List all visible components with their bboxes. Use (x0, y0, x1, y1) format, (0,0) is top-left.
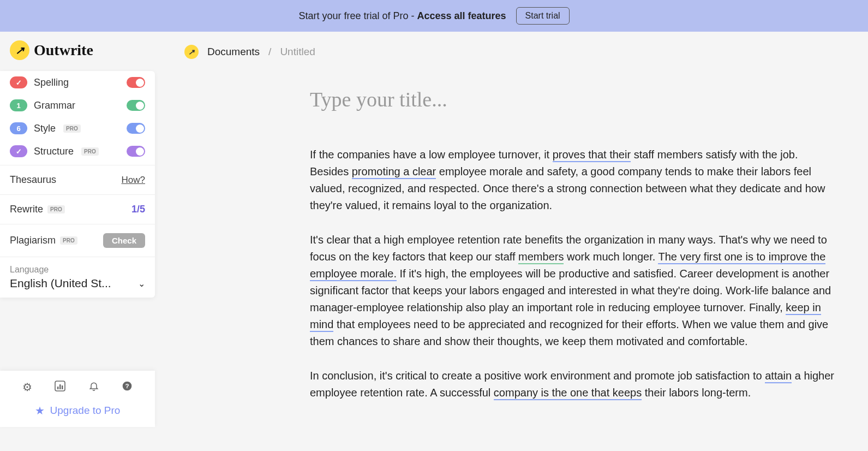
banner-text: Start your free trial of Pro - Access al… (298, 10, 506, 22)
rewrite-label: Rewrite (10, 204, 43, 215)
pro-tag: PRO (81, 147, 99, 156)
rewrite-count: 1/5 (131, 204, 145, 215)
style-badge: 6 (10, 122, 27, 134)
help-icon[interactable]: ? (122, 381, 133, 394)
language-section: Language English (United St... ⌄ (0, 259, 155, 298)
spelling-badge (10, 76, 27, 88)
stats-icon[interactable] (55, 381, 65, 394)
divider (0, 194, 155, 195)
document-body[interactable]: If the companies have a low employee tur… (310, 146, 835, 401)
plagiarism-row[interactable]: Plagiarism PRO Check (0, 227, 155, 254)
upgrade-to-pro-button[interactable]: ★ Upgrade to Pro (0, 404, 155, 427)
check-spelling[interactable]: Spelling (0, 71, 155, 94)
settings-icon[interactable]: ⚙ (22, 381, 32, 394)
check-grammar[interactable]: 1 Grammar (0, 94, 155, 117)
trial-banner: Start your free trial of Pro - Access al… (0, 0, 868, 32)
breadcrumb-logo-icon[interactable]: ↗ (184, 45, 199, 59)
star-icon: ★ (35, 404, 45, 417)
breadcrumb-current: Untitled (280, 46, 315, 58)
plagiarism-check-button[interactable]: Check (103, 233, 145, 248)
pro-tag: PRO (63, 124, 81, 133)
bell-icon[interactable] (88, 381, 99, 394)
logo-icon: ↗ (10, 40, 29, 60)
check-label: Structure (34, 146, 74, 157)
svg-text:?: ? (125, 382, 129, 389)
thesaurus-row[interactable]: Thesaurus How? (0, 168, 155, 192)
check-label: Spelling (34, 77, 69, 88)
check-structure[interactable]: Structure PRO (0, 140, 155, 163)
document-editor[interactable]: Type your title... If the companies have… (310, 87, 835, 419)
style-toggle[interactable] (127, 123, 145, 134)
structure-badge (10, 145, 27, 157)
pro-tag: PRO (47, 205, 65, 213)
banner-text-bold: Access all features (417, 10, 506, 21)
chevron-down-icon: ⌄ (138, 278, 145, 289)
grammar-badge: 1 (10, 99, 27, 111)
start-trial-button[interactable]: Start trial (516, 7, 570, 25)
breadcrumb-separator: / (268, 46, 271, 58)
brand-name: Outwrite (34, 41, 93, 59)
grammar-suggestion[interactable]: members (518, 251, 564, 264)
brand-logo[interactable]: ↗ Outwrite (10, 40, 93, 60)
structure-toggle[interactable] (127, 146, 145, 157)
paragraph[interactable]: In conclusion, it's critical to create a… (310, 367, 835, 401)
svg-rect-2 (59, 384, 61, 389)
style-suggestion[interactable]: proves that their (553, 149, 631, 162)
paragraph[interactable]: It's clear that a high employee retentio… (310, 232, 835, 350)
divider (0, 257, 155, 257)
divider (0, 165, 155, 165)
breadcrumb: ↗ Documents / Untitled (184, 45, 315, 59)
thesaurus-how-link[interactable]: How? (122, 175, 145, 186)
upgrade-label: Upgrade to Pro (50, 405, 121, 417)
banner-text-prefix: Start your free trial of Pro - (298, 10, 417, 21)
spelling-toggle[interactable] (127, 77, 145, 88)
pro-tag: PRO (60, 236, 77, 245)
check-style[interactable]: 6 Style PRO (0, 117, 155, 140)
language-label: Language (10, 265, 145, 275)
thesaurus-label: Thesaurus (10, 174, 56, 186)
style-suggestion[interactable]: attain (765, 370, 792, 383)
language-value: English (United St... (10, 277, 111, 290)
divider (0, 224, 155, 224)
sidebar: Spelling 1 Grammar 6 Style PRO Structure… (0, 71, 155, 298)
app-header: ↗ Outwrite (0, 32, 868, 70)
style-suggestion[interactable]: company is the one that keeps (494, 387, 642, 400)
breadcrumb-documents-link[interactable]: Documents (207, 46, 260, 58)
paragraph[interactable]: If the companies have a low employee tur… (310, 146, 835, 214)
svg-rect-1 (57, 387, 58, 389)
plagiarism-label: Plagiarism (10, 235, 56, 246)
check-label: Style (34, 123, 56, 134)
sidebar-footer: ⚙ ? ★ Upgrade to Pro (0, 371, 155, 427)
rewrite-row[interactable]: Rewrite PRO 1/5 (0, 197, 155, 222)
language-select[interactable]: English (United St... ⌄ (10, 277, 145, 290)
check-label: Grammar (34, 100, 75, 111)
style-suggestion[interactable]: promoting a clear (352, 165, 436, 179)
svg-rect-3 (62, 385, 63, 389)
title-input[interactable]: Type your title... (310, 87, 835, 111)
grammar-toggle[interactable] (127, 100, 145, 111)
